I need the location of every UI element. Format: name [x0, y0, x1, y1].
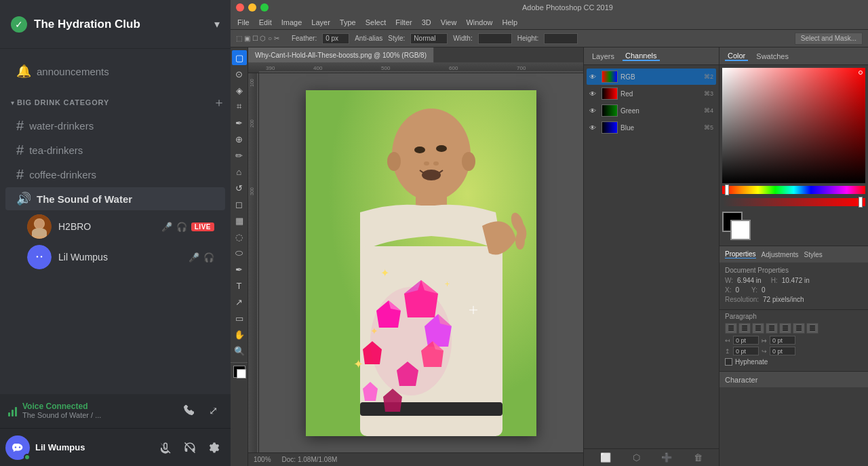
menu-image[interactable]: Image — [277, 16, 307, 29]
shape-tool[interactable]: ▭ — [232, 311, 247, 326]
deafen-button[interactable] — [179, 437, 201, 459]
svg-point-30 — [433, 161, 439, 166]
align-justify[interactable]: ≡ — [766, 323, 778, 334]
voice-channel-sound-of-water[interactable]: 🔊 The Sound of Water — [5, 187, 225, 210]
channel-item-coffee-drinkers[interactable]: # coffee-drinkers — [5, 163, 225, 187]
width-input[interactable] — [478, 33, 512, 44]
select-mask-button[interactable]: Select and Mask... — [795, 33, 863, 45]
text-tool[interactable]: T — [232, 278, 247, 293]
panel-icon-4[interactable]: 🗑 — [694, 452, 703, 463]
voice-hangup-button[interactable] — [179, 401, 198, 420]
layer-blue[interactable]: 👁 Blue ⌘5 — [587, 119, 716, 136]
stamp-tool[interactable]: ⌂ — [232, 164, 247, 179]
pen-tool[interactable]: ✒ — [232, 262, 247, 277]
history-brush[interactable]: ↺ — [232, 180, 247, 195]
feather-input[interactable] — [322, 33, 349, 44]
align-left[interactable]: ≡ — [725, 323, 737, 334]
layer-red[interactable]: 👁 Red ⌘3 — [587, 85, 716, 102]
align-justify-last-right[interactable]: ≡ — [806, 323, 818, 334]
panel-icon-3[interactable]: ➕ — [661, 452, 672, 463]
close-button[interactable] — [236, 3, 244, 12]
deafen-icon-lil: 🎧 — [203, 252, 214, 263]
brush-tool[interactable]: ✏ — [232, 148, 247, 163]
style-input[interactable] — [410, 33, 448, 44]
lasso-tool[interactable]: ⊙ — [232, 66, 247, 81]
layer-rgb[interactable]: 👁 RGB ⌘2 — [587, 69, 716, 85]
voice-member-h2bro[interactable]: H2BRO 🎤 🎧 LIVE — [5, 212, 225, 241]
align-right[interactable]: ≡ — [752, 323, 764, 334]
indent-right-input[interactable] — [770, 336, 795, 345]
indent-first-input[interactable] — [770, 347, 795, 355]
maximize-button[interactable] — [260, 3, 269, 12]
align-center[interactable]: ≡ — [738, 323, 751, 334]
channel-item-announcements[interactable]: 🔔 announcements — [5, 60, 225, 83]
tab-swatches[interactable]: Swatches — [753, 52, 791, 60]
zoom-tool[interactable]: 🔍 — [232, 343, 247, 358]
magic-wand-tool[interactable]: ◈ — [232, 83, 247, 98]
menu-select[interactable]: Select — [361, 16, 391, 29]
menu-file[interactable]: File — [233, 16, 254, 29]
indent-left-icon: ↤ — [725, 337, 730, 344]
menu-window[interactable]: Window — [462, 16, 496, 29]
ps-file-tab[interactable]: Why-Cant-I-Hold-All-These-boosts.png @ 1… — [248, 47, 434, 62]
opacity-slider[interactable] — [722, 198, 865, 206]
category-big-drink[interactable]: ▾ BIG DRINK CATEGORY ＋ — [0, 83, 231, 113]
align-justify-last-left[interactable]: ≡ — [779, 323, 791, 334]
eraser-tool[interactable]: ◻ — [232, 197, 247, 212]
eye-icon-rgb[interactable]: 👁 — [589, 73, 599, 81]
tab-color[interactable]: Color — [725, 52, 748, 61]
background-color[interactable] — [730, 220, 751, 240]
mute-button[interactable] — [155, 437, 176, 459]
hyphenate-checkbox[interactable] — [725, 358, 732, 366]
align-justify-last-center[interactable]: ≡ — [793, 323, 805, 334]
ps-color-panel: Color Swatches — [719, 47, 868, 466]
res-value: 72 pixels/inch — [763, 296, 804, 303]
eye-icon-red[interactable]: 👁 — [589, 90, 599, 98]
voice-expand-button[interactable]: ⤢ — [203, 401, 222, 420]
layer-green[interactable]: 👁 Green ⌘4 — [587, 102, 716, 119]
eye-icon-green[interactable]: 👁 — [589, 107, 599, 115]
menu-layer[interactable]: Layer — [307, 16, 334, 29]
server-header[interactable]: ✓ The Hydration Club ▾ — [0, 0, 231, 49]
blur-tool[interactable]: ◌ — [232, 229, 247, 244]
eye-icon-blue[interactable]: 👁 — [589, 124, 599, 132]
add-channel-icon[interactable]: ＋ — [213, 94, 225, 111]
gradient-tool[interactable]: ▦ — [232, 213, 247, 228]
bg-color-swatch[interactable] — [237, 369, 246, 378]
path-select[interactable]: ↗ — [232, 294, 247, 309]
dodge-tool[interactable]: ⬭ — [232, 246, 247, 260]
minimize-button[interactable] — [248, 3, 256, 12]
tab-layers[interactable]: Layers — [589, 52, 617, 60]
crop-tool[interactable]: ⌗ — [232, 99, 247, 114]
menu-filter[interactable]: Filter — [391, 16, 416, 29]
tab-styles[interactable]: Styles — [804, 251, 823, 258]
menu-edit[interactable]: Edit — [255, 16, 276, 29]
healing-tool[interactable]: ⊕ — [232, 132, 247, 147]
select-tool[interactable]: ▢ — [232, 50, 247, 65]
svg-text:500: 500 — [381, 65, 391, 71]
menu-view[interactable]: View — [437, 16, 461, 29]
space-before-input[interactable] — [733, 347, 759, 355]
voice-member-lil-wumpus[interactable]: Lil Wumpus 🎤 🎧 — [5, 242, 225, 272]
menu-help[interactable]: Help — [498, 16, 522, 29]
settings-button[interactable] — [203, 437, 225, 459]
color-picker-area[interactable] — [722, 68, 865, 183]
channel-item-water-drinkers[interactable]: # water-drinkers — [5, 114, 225, 138]
tab-adjustments[interactable]: Adjustments — [762, 251, 799, 258]
height-input[interactable] — [544, 33, 578, 44]
indent-left-input[interactable] — [733, 336, 759, 345]
ps-canvas-scroll[interactable]: ✦ + ✦ ✦ — [259, 73, 583, 452]
panel-icon-2[interactable]: ⬡ — [633, 452, 640, 463]
channel-item-tea-drinkers[interactable]: # tea-drinkers — [5, 138, 225, 162]
panel-icon-1[interactable]: ⬜ — [600, 452, 611, 463]
hand-tool[interactable]: ✋ — [232, 327, 247, 342]
tab-properties[interactable]: Properties — [725, 250, 756, 258]
width-label: Width: — [453, 35, 472, 42]
hue-slider[interactable] — [722, 186, 865, 194]
tab-channels[interactable]: Channels — [623, 52, 659, 61]
menu-type[interactable]: Type — [336, 16, 360, 29]
color-gradient[interactable] — [722, 68, 865, 183]
menu-3d[interactable]: 3D — [418, 16, 435, 29]
eyedropper-tool[interactable]: ✒ — [232, 115, 247, 130]
fg-color-swatch[interactable] — [233, 366, 245, 378]
